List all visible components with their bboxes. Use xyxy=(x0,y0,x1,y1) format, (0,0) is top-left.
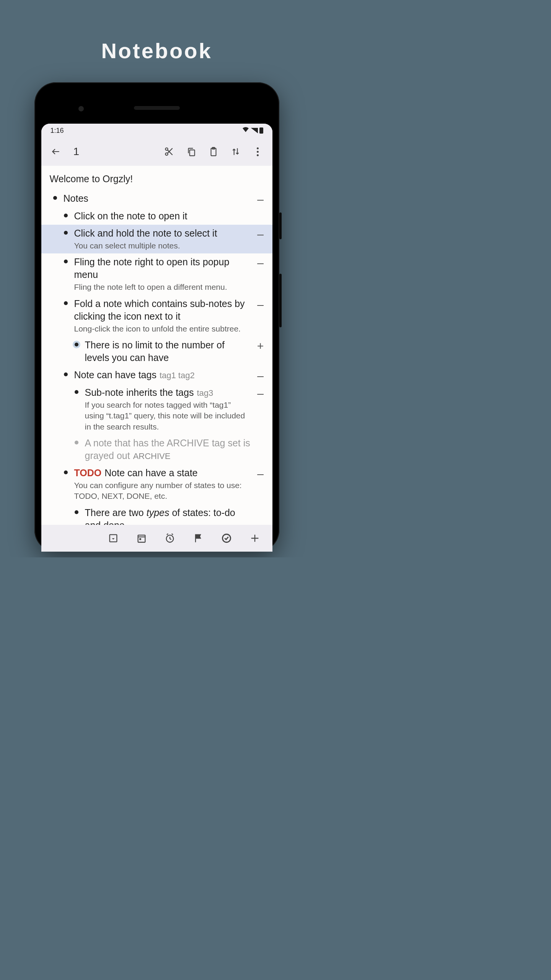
notebook-intro: Welcome to Orgzly! xyxy=(41,166,272,190)
status-time: 1:16 xyxy=(51,127,64,135)
phone-side-button xyxy=(279,274,282,327)
archive-icon xyxy=(108,533,119,544)
fold-toggle[interactable]: – xyxy=(254,227,267,240)
note-row[interactable]: Note can have tagstag1 tag2 – xyxy=(41,366,272,384)
calendar-icon xyxy=(136,533,147,544)
arrow-left-icon xyxy=(51,147,61,157)
check-circle-icon xyxy=(221,533,232,544)
note-title: Fold a note which contains sub-notes by … xyxy=(74,297,252,323)
phone-frame: 1:16 1 xyxy=(34,82,279,552)
note-row[interactable]: Click on the note to open it xyxy=(41,207,272,225)
bullet-icon xyxy=(64,470,68,474)
note-title: Sub-note inherits the tagstag3 xyxy=(85,386,252,399)
alarm-icon xyxy=(165,533,175,544)
mark-done-button[interactable] xyxy=(217,529,236,547)
schedule-date-button[interactable] xyxy=(132,529,151,547)
svg-rect-7 xyxy=(138,535,145,542)
fold-toggle[interactable]: – xyxy=(254,369,267,382)
note-row[interactable]: There are two types of states: to-do and… xyxy=(41,504,272,525)
more-vertical-icon xyxy=(257,147,259,156)
fold-toggle[interactable]: – xyxy=(254,297,267,310)
phone-side-button xyxy=(279,212,282,239)
wifi-icon xyxy=(242,127,249,135)
note-tags: tag3 xyxy=(197,388,213,398)
bullet-icon xyxy=(75,390,78,394)
phone-bezel-top xyxy=(41,89,272,124)
plus-icon xyxy=(249,533,260,544)
scissors-icon xyxy=(164,147,174,157)
note-title: Notes xyxy=(64,192,252,205)
note-title: There are two types of states: to-do and… xyxy=(85,506,252,525)
note-title: A note that has the ARCHIVE tag set is g… xyxy=(85,437,252,462)
status-icons xyxy=(242,127,263,135)
flag-button[interactable] xyxy=(189,529,207,547)
note-title: Click and hold the note to select it xyxy=(74,227,252,240)
note-row-selected[interactable]: Click and hold the note to select it You… xyxy=(41,225,272,253)
bullet-icon xyxy=(53,196,57,200)
paste-button[interactable] xyxy=(204,142,223,161)
note-subtitle: Long-click the icon to unfold the entire… xyxy=(74,323,252,334)
note-row[interactable]: There is no limit to the number of level… xyxy=(41,336,272,366)
note-row[interactable]: Sub-note inherits the tagstag3 If you se… xyxy=(41,384,272,434)
status-bar: 1:16 xyxy=(41,124,272,137)
screen: 1:16 1 xyxy=(41,124,272,552)
add-note-button[interactable] xyxy=(246,529,264,547)
schedule-time-button[interactable] xyxy=(161,529,179,547)
svg-point-0 xyxy=(165,148,168,150)
cell-signal-icon xyxy=(251,128,258,133)
fold-toggle[interactable]: – xyxy=(254,386,267,399)
note-row[interactable]: Fold a note which contains sub-notes by … xyxy=(41,295,272,336)
svg-rect-8 xyxy=(139,538,141,540)
notebook-content[interactable]: Welcome to Orgzly! Notes – Click on the … xyxy=(41,166,272,525)
copy-icon xyxy=(186,147,196,157)
phone-speaker xyxy=(134,106,180,110)
page-heading: Notebook xyxy=(101,38,212,63)
cut-button[interactable] xyxy=(160,142,178,161)
note-row[interactable]: TODONote can have a state You can config… xyxy=(41,464,272,504)
note-row[interactable]: Fling the note right to open its popup m… xyxy=(41,253,272,295)
note-row[interactable]: A note that has the ARCHIVE tag set is g… xyxy=(41,434,272,464)
bullet-icon xyxy=(75,343,78,346)
fold-toggle[interactable]: – xyxy=(254,467,267,480)
bullet-icon xyxy=(75,441,78,444)
overflow-menu-button[interactable] xyxy=(249,142,267,161)
back-button[interactable] xyxy=(47,142,65,161)
note-subtitle: You can select multiple notes. xyxy=(74,240,252,251)
svg-point-1 xyxy=(165,153,168,155)
note-tags: ARCHIVE xyxy=(133,451,171,461)
selection-count: 1 xyxy=(73,145,80,158)
bottom-toolbar xyxy=(41,525,272,552)
bullet-icon xyxy=(64,301,68,305)
state-badge-todo: TODO xyxy=(74,467,102,478)
note-title: Click on the note to open it xyxy=(74,210,252,222)
bullet-icon xyxy=(64,214,68,217)
swap-vertical-icon xyxy=(231,147,241,157)
bullet-icon xyxy=(64,372,68,376)
fold-toggle[interactable]: – xyxy=(254,192,267,205)
note-title: Fling the note right to open its popup m… xyxy=(74,256,252,281)
note-subtitle: You can configure any number of states t… xyxy=(74,480,252,502)
move-button[interactable] xyxy=(227,142,245,161)
note-tags: tag1 tag2 xyxy=(160,371,195,380)
bullet-icon xyxy=(64,231,68,235)
note-subtitle: If you search for notes tagged with “tag… xyxy=(85,400,252,432)
flag-icon xyxy=(193,533,204,544)
note-title: Note can have tagstag1 tag2 xyxy=(74,369,252,381)
note-subtitle: Fling the note left to open a different … xyxy=(74,282,252,292)
note-title: TODONote can have a state xyxy=(74,467,252,479)
clipboard-icon xyxy=(209,147,218,157)
copy-button[interactable] xyxy=(182,142,201,161)
phone-camera xyxy=(78,106,84,111)
battery-icon xyxy=(259,127,263,134)
fold-toggle[interactable]: + xyxy=(254,339,267,352)
svg-rect-2 xyxy=(189,150,194,156)
app-bar: 1 xyxy=(41,137,272,166)
fold-toggle[interactable]: – xyxy=(254,256,267,269)
archive-button[interactable] xyxy=(104,529,122,547)
bullet-icon xyxy=(75,510,78,514)
bullet-icon xyxy=(64,260,68,263)
note-row[interactable]: Notes – xyxy=(41,190,272,207)
note-title: There is no limit to the number of level… xyxy=(85,339,252,364)
